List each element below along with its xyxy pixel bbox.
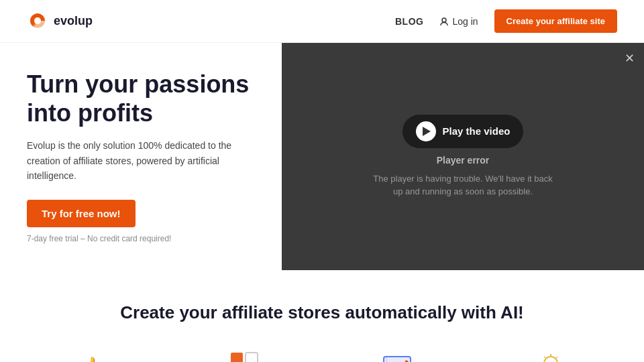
feature-simplicity: 🤙 Simplicity With Evolup, create your si… — [27, 350, 160, 362]
play-circle — [416, 121, 436, 141]
try-free-button[interactable]: Try for free now! — [27, 200, 136, 227]
login-link[interactable]: Log in — [439, 16, 478, 27]
features-section: Create your affiliate stores automatical… — [0, 270, 644, 362]
nav-links: BLOG Log in Create your affiliate site — [395, 9, 617, 33]
svg-point-0 — [442, 18, 446, 22]
innovation-icon — [533, 350, 568, 362]
user-icon — [439, 17, 449, 26]
hero-section: Turn your passions into profits Evolup i… — [0, 43, 644, 270]
play-triangle-icon — [423, 127, 431, 136]
play-video-button[interactable]: Play the video — [402, 115, 524, 148]
features-grid: 🤙 Simplicity With Evolup, create your si… — [27, 350, 617, 362]
freedom-icon — [228, 350, 263, 362]
video-panel: ✕ Play the video Player error The player… — [282, 43, 644, 270]
blog-link[interactable]: BLOG — [395, 16, 423, 27]
simplicity-icon: 🤙 — [76, 350, 111, 362]
close-icon[interactable]: ✕ — [625, 51, 635, 66]
navbar: evolup BLOG Log in Create your affiliate… — [0, 0, 644, 43]
earnings-icon — [381, 350, 416, 362]
create-site-button[interactable]: Create your affiliate site — [494, 9, 617, 33]
evolup-logo-icon — [27, 11, 48, 32]
svg-line-19 — [544, 357, 545, 358]
svg-point-12 — [544, 357, 557, 362]
hero-note: 7-day free trial – No credit card requir… — [27, 234, 255, 243]
player-error-label: Player error — [437, 155, 490, 166]
hero-left: Turn your passions into profits Evolup i… — [0, 43, 282, 270]
feature-earnings: Earnings Your Evolup sites are real onli… — [332, 350, 465, 362]
play-label: Play the video — [443, 125, 511, 137]
feature-innovation: Innovation Evolup offers you state-of-th… — [485, 350, 618, 362]
player-error-message: The player is having trouble. We'll have… — [369, 172, 557, 198]
features-title: Create your affiliate stores automatical… — [27, 302, 617, 323]
svg-rect-3 — [246, 353, 258, 362]
hero-title: Turn your passions into profits — [27, 70, 255, 127]
logo-area: evolup — [27, 11, 93, 32]
svg-text:🤙: 🤙 — [80, 355, 107, 362]
logo-text: evolup — [54, 14, 93, 28]
svg-rect-2 — [231, 353, 243, 362]
svg-line-20 — [556, 357, 557, 358]
feature-freedom: Freedom Evolup works with all affiliate … — [180, 350, 313, 362]
login-label: Log in — [452, 16, 478, 27]
hero-subtitle: Evolup is the only solution 100% dedicat… — [27, 138, 255, 183]
